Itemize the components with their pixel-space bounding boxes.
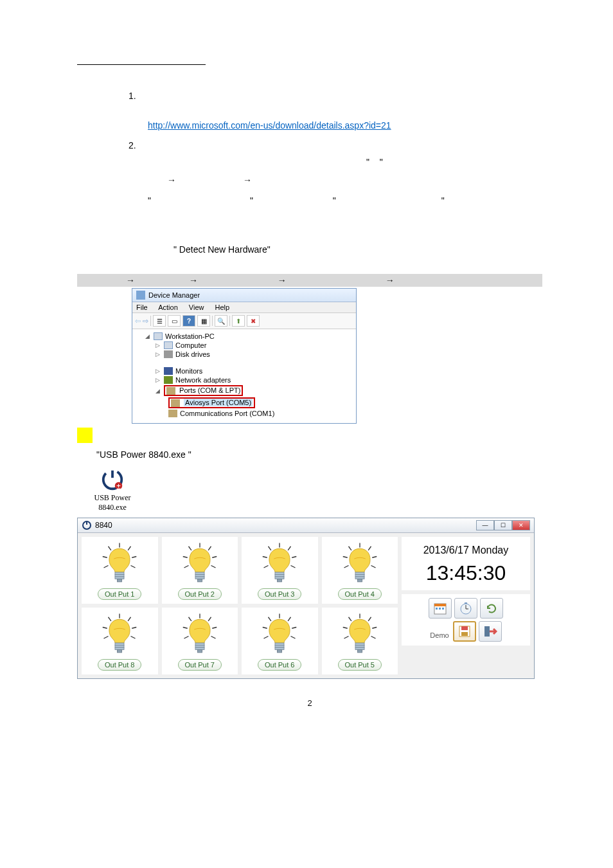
window-minimize-button[interactable]: — (476, 520, 494, 530)
menu-view[interactable]: View (189, 303, 204, 311)
menu-file[interactable]: File (136, 303, 148, 311)
computer-icon (154, 332, 163, 340)
svg-line-63 (183, 628, 188, 629)
quote-mark: " (441, 195, 445, 206)
output-5-button[interactable]: Out Put 5 (338, 659, 382, 671)
svg-line-18 (208, 547, 211, 550)
list-number: 1. (129, 91, 148, 101)
svg-line-7 (128, 547, 130, 550)
toolbar-properties-icon[interactable]: ▭ (168, 315, 181, 327)
svg-rect-12 (115, 572, 124, 575)
tree-network-adapters[interactable]: ▷ Network adapters (138, 375, 351, 384)
tree-monitors[interactable]: ▷ Monitors (138, 366, 351, 375)
port-icon (166, 387, 175, 395)
output-3-button[interactable]: Out Put 3 (258, 588, 301, 600)
disk-icon (164, 350, 173, 358)
svg-line-6 (109, 547, 111, 550)
quote-marks: " " (366, 157, 542, 167)
svg-line-10 (104, 566, 109, 568)
svg-rect-47 (355, 577, 364, 579)
svg-line-33 (291, 566, 296, 568)
calendar-button[interactable] (429, 598, 452, 619)
output-1: Out Put 1 (82, 537, 158, 604)
svg-line-32 (264, 566, 269, 568)
svg-line-54 (104, 637, 109, 639)
device-manager-title-text: Device Manager (148, 291, 200, 299)
output-7: Out Put 7 (162, 608, 238, 674)
app-title-text: 8840 (95, 521, 112, 530)
toolbar-back-icon[interactable]: ⇦ (135, 317, 141, 325)
tree-root[interactable]: ◢ Workstation-PC (138, 332, 351, 341)
svg-rect-25 (195, 577, 204, 579)
refresh-button[interactable] (480, 598, 503, 619)
svg-line-40 (368, 547, 371, 550)
tree-communications-port[interactable]: Communications Port (COM1) (138, 409, 351, 418)
output-3: Out Put 3 (242, 537, 318, 604)
bulb-icon (337, 541, 382, 586)
svg-line-55 (131, 637, 136, 639)
usb-power-exe-icon[interactable]: USB Power 8840.exe (87, 467, 138, 512)
svg-rect-90 (355, 646, 364, 648)
output-7-button[interactable]: Out Put 7 (178, 659, 222, 671)
output-4-button[interactable]: Out Put 4 (338, 588, 382, 600)
tree-aviosys-port[interactable]: Aviosys Port (COM5) (138, 397, 351, 409)
svg-line-44 (371, 566, 375, 568)
window-maximize-button[interactable]: ☐ (494, 520, 512, 530)
svg-rect-57 (115, 646, 124, 648)
toolbar-scan-icon[interactable]: ▦ (197, 315, 210, 327)
svg-rect-46 (355, 575, 364, 577)
toolbar-forward-icon[interactable]: ⇨ (143, 317, 148, 325)
menu-action[interactable]: Action (158, 303, 178, 311)
device-manager-toolbar: ⇦ ⇨ ☰ ▭ ? ▦ 🔍 ⬆ ✖ (132, 313, 356, 329)
svg-line-66 (211, 637, 215, 639)
port-icon (171, 399, 180, 407)
exe-icon-label: USB Power 8840.exe (87, 493, 138, 512)
clock-panel: 2013/6/17 Monday 13:45:30 (402, 537, 530, 590)
menu-help[interactable]: Help (215, 303, 230, 311)
timer-button[interactable] (454, 598, 477, 619)
output-1-button[interactable]: Out Put 1 (98, 588, 141, 600)
toolbar-refresh-icon[interactable]: 🔍 (215, 315, 227, 327)
svg-line-51 (128, 617, 130, 621)
toolbar-uninstall-icon[interactable]: ✖ (247, 315, 260, 327)
svg-line-20 (212, 557, 217, 558)
svg-rect-94 (434, 604, 446, 606)
svg-line-30 (263, 557, 267, 558)
arrow-icon: → (167, 175, 176, 185)
svg-line-42 (372, 557, 377, 558)
exit-button[interactable] (479, 621, 502, 642)
svg-rect-96 (439, 608, 441, 610)
svg-line-39 (348, 547, 351, 550)
svg-line-8 (103, 557, 107, 558)
device-manager-icon (136, 291, 145, 300)
svg-line-76 (264, 637, 269, 639)
device-manager-menubar[interactable]: File Action View Help (132, 302, 356, 313)
toolbar-update-icon[interactable]: ⬆ (232, 315, 245, 327)
output-6-button[interactable]: Out Put 6 (258, 659, 301, 671)
toolbar-tree-icon[interactable]: ☰ (153, 315, 166, 327)
svg-line-31 (292, 557, 297, 558)
demo-label: Demo (430, 631, 449, 642)
svg-line-21 (184, 566, 188, 568)
svg-rect-4 (86, 521, 87, 525)
output-2-button[interactable]: Out Put 2 (178, 588, 222, 600)
output-6: Out Put 6 (242, 608, 318, 674)
tree-computer[interactable]: ▷ Computer (138, 341, 351, 350)
svg-rect-1 (111, 471, 114, 478)
svg-rect-15 (118, 579, 122, 582)
yellow-highlight-box (77, 428, 93, 443)
tree-disk-drives[interactable]: ▷ Disk drives (138, 350, 351, 359)
microsoft-download-link[interactable]: http://www.microsoft.com/en-us/download/… (148, 120, 391, 131)
svg-line-88 (371, 637, 375, 639)
window-close-button[interactable]: ✕ (512, 520, 530, 530)
output-8-button[interactable]: Out Put 8 (98, 659, 141, 671)
tree-ports[interactable]: ◢ Ports (COM & LPT) (138, 384, 351, 397)
svg-line-86 (372, 628, 377, 629)
svg-rect-59 (118, 650, 122, 653)
monitor-icon (164, 367, 173, 375)
save-button[interactable] (453, 621, 476, 642)
svg-rect-103 (461, 626, 468, 630)
toolbar-help-icon[interactable]: ? (182, 315, 195, 327)
device-manager-window: Device Manager File Action View Help ⇦ ⇨… (132, 288, 357, 424)
output-4: Out Put 4 (322, 537, 398, 604)
